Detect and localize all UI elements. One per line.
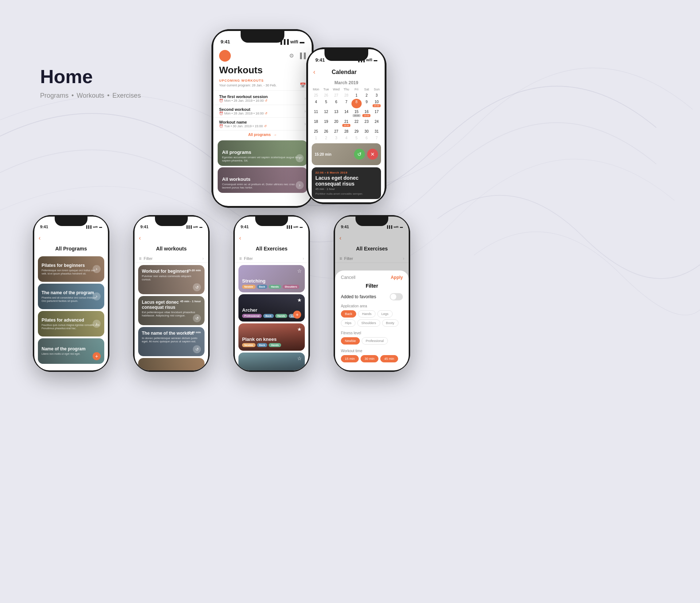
event-date-label: 22:06 • 8 March 2019 (315, 171, 377, 174)
screen-title-b1: All Programs (34, 244, 108, 254)
swipe-refresh-btn[interactable]: ↺ (354, 149, 365, 160)
screen-title-b2: All workouts (135, 244, 208, 254)
chip-booty[interactable]: Booty (382, 319, 398, 327)
card-chevron-2[interactable]: › (296, 181, 304, 189)
chip-45min[interactable]: 45 min (380, 355, 398, 362)
refresh-icon-1: ↺ (265, 99, 268, 102)
cal-row-4: 18 19 20 21 18:00 22 23 24 (311, 118, 382, 128)
back-button-cal[interactable]: ‹ (313, 68, 315, 76)
cal-row-3: 11 12 13 14 15 28:06 16 19:00 17 (311, 109, 382, 118)
chip-shoulders[interactable]: Shoulders (357, 319, 380, 327)
card-all-workouts[interactable]: All workouts Consequat enim ac ut pretiu… (218, 167, 307, 193)
event-meta: 45 min · 1 hour (315, 187, 377, 191)
prog-plus-4[interactable]: + (93, 352, 101, 360)
refresh-icon-3: ↺ (264, 124, 267, 128)
prog-item-4[interactable]: Name of the program Libero non mollis ut… (38, 338, 104, 364)
time-b1: 9:41 (40, 225, 48, 229)
fitness-label: Fitness level (341, 331, 403, 335)
chevron-right-2: › (304, 109, 306, 114)
prog-item-2[interactable]: The name of the program Pharetra sed sit… (38, 284, 104, 309)
cal-row-2: 4 5 6 7 8 9 10 20:00 (311, 99, 382, 108)
exercise-item-2[interactable]: Archer Professional Back Hands Legs ★ + (238, 294, 305, 322)
filter-apply-btn[interactable]: Apply (391, 275, 403, 280)
workout-card-4[interactable]: Workout for advanced 15-20 + (138, 358, 205, 372)
fav-toggle[interactable] (390, 293, 403, 300)
chevron-right-1: › (304, 96, 306, 101)
workout-card-3[interactable]: The name of the workout In donec pellent… (138, 327, 205, 356)
star-1[interactable]: ☆ (297, 268, 302, 274)
filter-bar-b2[interactable]: ≡ Filter › (135, 254, 208, 263)
subtitle-exercises[interactable]: Exercises (112, 92, 141, 100)
battery-b3: ▬ (300, 225, 303, 229)
calendar-grid: Mon Tue Wed Thu Fri Sat Sun 25 26 27 28 … (308, 87, 385, 141)
swipe-card[interactable]: 15:20 min ↺ ✕ (312, 143, 381, 165)
fav-label: Added to favorites (341, 294, 376, 299)
avatar-icon[interactable] (219, 50, 231, 62)
filter-cancel-btn[interactable]: Cancell (341, 275, 355, 280)
chip-newbie[interactable]: Newbie (341, 337, 360, 345)
refresh-icon-2: ↺ (265, 112, 268, 115)
signal-b3: ▐▐▐ (286, 225, 292, 229)
calendar-icon[interactable]: 📅 (300, 82, 306, 88)
exercise-item-1[interactable]: Stretching Newbie Back Hands Shoulders ☆ (238, 265, 305, 292)
workout-item-2[interactable]: Second workout ⏰ Mon • 28 Jan. 2019 • 16… (213, 105, 312, 118)
app-area-section: Application area Back Hands Legs Hips Sh… (335, 302, 409, 329)
screen-title-b3: All Exercises (235, 244, 308, 254)
chip-15min[interactable]: 15 min (341, 355, 359, 362)
workout-refresh-2[interactable]: ↺ (193, 314, 201, 322)
program-text: Your current program: 28 Jan. - 30 Feb. (219, 83, 277, 87)
header-icons: ⚙ ▐▐ (289, 52, 306, 59)
all-programs-link[interactable]: All programs → (213, 131, 312, 139)
cal-days-header: Mon Tue Wed Thu Fri Sat Sun (311, 87, 382, 92)
chip-pro[interactable]: Professional (362, 337, 388, 345)
subtitle-workouts[interactable]: Workouts (77, 92, 104, 100)
back-btn-b3[interactable]: ‹ (239, 235, 241, 241)
workout-refresh-3[interactable]: ↺ (193, 345, 201, 353)
exercise-item-4[interactable]: Name of the exercise ☆ (238, 353, 305, 372)
filter-bar-b3[interactable]: ≡ Filter › (235, 254, 308, 263)
star-4[interactable]: ☆ (297, 355, 302, 361)
filter-icon-b2: ≡ (139, 256, 141, 261)
filter-chevron-b3: › (303, 256, 304, 261)
swipe-close-btn[interactable]: ✕ (367, 149, 378, 160)
workout-time-label: Workout time (341, 349, 403, 353)
home-subtitle: Programs • Workouts • Exercises (40, 92, 141, 100)
workout-card-2[interactable]: Lacus eget donec consequat risus Est pel… (138, 296, 205, 325)
chip-back[interactable]: Back (341, 310, 356, 318)
filter-icon-b3: ≡ (239, 256, 242, 261)
star-3[interactable]: ★ (297, 326, 302, 332)
card-all-programs[interactable]: All programs Egestas accumsan ornare vel… (218, 140, 307, 166)
home-title: Home (40, 66, 141, 87)
stats-icon[interactable]: ▐▐ (298, 52, 306, 59)
prog-item-1[interactable]: Pilates for beginners Pellentesque non l… (38, 256, 104, 282)
prog-item-3[interactable]: Pilates for advanced Faucibus quis cursu… (38, 311, 104, 336)
workout-refresh-1[interactable]: ↺ (193, 283, 201, 291)
workout-item-1[interactable]: The first workout session ⏰ Mon • 28 Jan… (213, 92, 312, 105)
battery-icon: ▬ (300, 39, 304, 44)
chip-30min[interactable]: 30 min (361, 355, 378, 362)
battery-b1: ▬ (99, 225, 102, 229)
settings-icon[interactable]: ⚙ (289, 52, 294, 59)
star-2[interactable]: ★ (297, 297, 302, 303)
chip-legs[interactable]: Legs (377, 310, 393, 318)
phone-notch-b2 (155, 217, 188, 226)
subtitle-programs[interactable]: Programs (40, 92, 69, 100)
workout-card-1[interactable]: Workout for beginners Pulvinar non variu… (138, 265, 205, 294)
prog-arrow-1[interactable]: › (93, 265, 101, 273)
wifi-b2: wifi (193, 225, 198, 229)
back-btn-b2[interactable]: ‹ (139, 235, 141, 241)
card-chevron-1[interactable]: › (296, 154, 304, 162)
prog-arrow-2[interactable]: › (93, 292, 101, 300)
clock-icon-3: ⏰ (219, 124, 223, 128)
workout-item-3[interactable]: Workout name ⏰ Tue • 30 Jan. 2019 • 15:0… (213, 118, 312, 131)
back-btn-b1[interactable]: ‹ (39, 235, 40, 241)
prog-arrow-3[interactable]: › (93, 320, 101, 328)
exercise-plus-2[interactable]: + (293, 311, 301, 319)
cal-row-5: 25 26 27 28 29 30 31 (311, 128, 382, 135)
fitness-chips: Newbie Professional (341, 337, 403, 345)
filter-sheet: Cancell Apply Filter Added to favorites … (335, 271, 409, 370)
exercise-item-3[interactable]: Plank on knees Newbie Back Hands ★ (238, 323, 305, 351)
chip-hands[interactable]: Hands (358, 310, 376, 318)
chip-hips[interactable]: Hips (341, 319, 355, 327)
event-detail-card: 22:06 • 8 March 2019 Lacus eget donec co… (312, 167, 381, 199)
